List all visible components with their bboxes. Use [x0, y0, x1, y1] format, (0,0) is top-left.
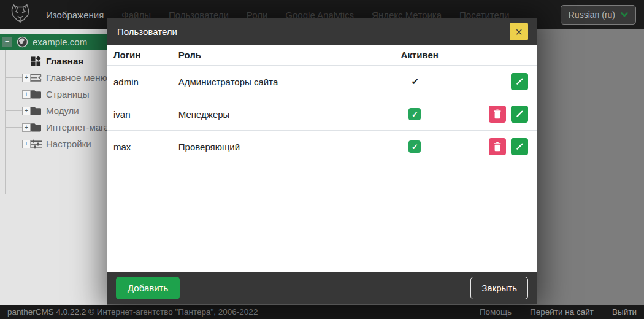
modal-body: Логин Роль Активен admin Администраторы … [107, 45, 537, 272]
copyright-text: pantherCMS 4.0.22.2 © Интернет-агентство… [7, 307, 258, 317]
menu-item-images[interactable]: Изображения [46, 10, 104, 20]
sidebar: − example.com Главная + [0, 29, 107, 305]
expand-button[interactable]: + [22, 90, 31, 99]
column-header-role: Роль [172, 45, 395, 66]
tree-item-label: Страницы [46, 89, 89, 99]
tree-item-main-menu[interactable]: + Главное меню [0, 69, 107, 86]
cell-actions [480, 131, 537, 163]
folder-icon [31, 122, 42, 133]
edit-user-button[interactable] [511, 73, 528, 90]
column-header-login: Логин [107, 45, 172, 66]
panther-logo-icon [8, 3, 33, 27]
tree-item-modules[interactable]: + Модули [0, 102, 107, 119]
language-selector[interactable]: Russian (ru) [561, 5, 636, 25]
site-tree: Главная + Главное меню + [0, 53, 107, 152]
tree-item-label: Главная [46, 56, 83, 66]
tree-item-label: Главное меню [46, 72, 107, 83]
footer-link-goto-site[interactable]: Перейти на сайт [530, 307, 594, 317]
folder-icon [31, 106, 42, 117]
footer-link-help[interactable]: Помощь [480, 307, 512, 317]
modal-title: Пользователи [117, 26, 510, 37]
cell-active: ✓ [394, 131, 480, 163]
chevron-down-icon [621, 12, 628, 17]
cell-active: ✓ [394, 98, 480, 131]
pencil-icon [515, 110, 524, 118]
footer-link-logout[interactable]: Выйти [612, 307, 637, 317]
users-modal: Пользователи × Логин Роль Активен admin … [107, 18, 537, 304]
delete-user-button[interactable] [489, 138, 506, 155]
tree-item-label: Модули [46, 106, 79, 116]
tree-item-pages[interactable]: + Страницы [0, 86, 107, 102]
site-name: example.com [33, 37, 87, 47]
users-table: Логин Роль Активен admin Администраторы … [107, 45, 537, 163]
table-row: ivan Менеджеры ✓ [107, 98, 537, 131]
cell-role: Менеджеры [172, 98, 395, 131]
expand-button[interactable]: + [22, 74, 31, 82]
language-label: Russian (ru) [569, 10, 615, 20]
cell-role: Проверяющий [172, 131, 395, 163]
collapse-button[interactable]: − [2, 37, 12, 47]
tree-item-settings[interactable]: + Настройки [0, 136, 107, 152]
tree-item-shop[interactable]: + Интернет-магазин [0, 119, 107, 136]
delete-user-button[interactable] [489, 106, 506, 123]
column-header-actions [480, 45, 537, 66]
folder-icon [31, 89, 42, 100]
cell-role: Администраторы сайта [172, 66, 395, 98]
cell-active: ✔ [394, 66, 480, 98]
active-checkbox[interactable]: ✓ [408, 108, 421, 120]
expand-button[interactable]: + [22, 140, 31, 148]
globe-icon [17, 36, 28, 48]
edit-user-button[interactable] [511, 106, 528, 123]
tree-item-home[interactable]: Главная [0, 53, 107, 69]
close-icon[interactable]: × [510, 23, 528, 40]
close-modal-button[interactable]: Закрыть [470, 277, 528, 299]
cell-actions [480, 66, 537, 98]
dashboard-icon [31, 56, 42, 67]
edit-user-button[interactable] [511, 138, 528, 155]
modal-footer: Добавить Закрыть [107, 272, 537, 304]
table-row: admin Администраторы сайта ✔ [107, 66, 537, 98]
pencil-icon [515, 77, 524, 86]
pencil-icon [515, 142, 524, 151]
cell-login: max [107, 131, 172, 163]
trash-icon [493, 109, 502, 119]
expand-button[interactable]: + [22, 107, 31, 115]
cell-login: admin [107, 66, 172, 98]
active-checkbox[interactable]: ✓ [408, 140, 421, 153]
column-header-active: Активен [394, 45, 480, 66]
site-tree-root[interactable]: − example.com [0, 34, 107, 50]
trash-icon [493, 142, 502, 152]
tree-item-label: Настройки [46, 139, 91, 149]
cell-actions [480, 98, 537, 131]
cell-login: ivan [107, 98, 172, 131]
menu-list-icon [31, 72, 42, 83]
table-row: max Проверяющий ✓ [107, 131, 537, 163]
active-check-icon: ✔ [411, 76, 419, 86]
footer-links: Помощь Перейти на сайт Выйти [480, 307, 637, 317]
page-footer: pantherCMS 4.0.22.2 © Интернет-агентство… [0, 305, 644, 319]
table-header-row: Логин Роль Активен [107, 45, 537, 66]
expand-button[interactable]: + [22, 123, 31, 132]
modal-header: Пользователи × [107, 18, 537, 45]
sliders-icon [31, 139, 42, 150]
add-user-button[interactable]: Добавить [116, 277, 180, 299]
